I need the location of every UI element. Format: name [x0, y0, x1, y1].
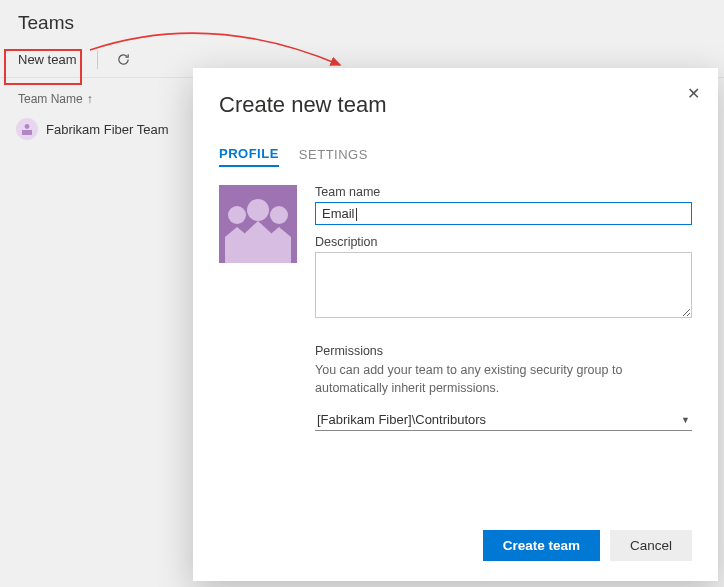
text-caret-icon [356, 208, 357, 221]
svg-rect-1 [22, 130, 32, 135]
cancel-button[interactable]: Cancel [610, 530, 692, 561]
new-team-button[interactable]: New team [10, 48, 85, 71]
team-avatar-large[interactable] [219, 185, 297, 263]
dialog-tabs: PROFILE SETTINGS [219, 142, 692, 167]
sort-asc-icon: ↑ [87, 92, 93, 106]
team-avatar-icon [16, 118, 38, 140]
column-header-label: Team Name [18, 92, 83, 106]
svg-point-0 [25, 124, 30, 129]
page-title: Teams [0, 0, 724, 42]
tab-settings[interactable]: SETTINGS [299, 142, 368, 167]
permissions-description: You can add your team to any existing se… [315, 362, 692, 397]
refresh-icon [116, 52, 131, 67]
refresh-button[interactable] [110, 49, 137, 70]
team-name-input[interactable]: Email [315, 202, 692, 225]
create-team-dialog: ✕ Create new team PROFILE SETTINGS Team … [193, 68, 718, 581]
permissions-select[interactable]: [Fabrikam Fiber]\Contributors ▼ [315, 409, 692, 431]
description-input[interactable] [315, 252, 692, 318]
description-label: Description [315, 235, 692, 249]
chevron-down-icon: ▼ [681, 415, 690, 425]
svg-point-5 [270, 206, 288, 224]
team-name-label: Fabrikam Fiber Team [46, 122, 169, 137]
permissions-value: [Fabrikam Fiber]\Contributors [317, 412, 486, 427]
svg-point-3 [228, 206, 246, 224]
dialog-title: Create new team [219, 92, 692, 118]
close-button[interactable]: ✕ [683, 80, 704, 107]
group-avatar-icon [219, 185, 297, 263]
create-team-button[interactable]: Create team [483, 530, 600, 561]
svg-point-4 [247, 199, 269, 221]
team-name-label: Team name [315, 185, 692, 199]
permissions-label: Permissions [315, 344, 692, 358]
tab-profile[interactable]: PROFILE [219, 142, 279, 167]
dialog-footer: Create team Cancel [219, 512, 692, 561]
toolbar-divider [97, 51, 98, 69]
close-icon: ✕ [687, 85, 700, 102]
